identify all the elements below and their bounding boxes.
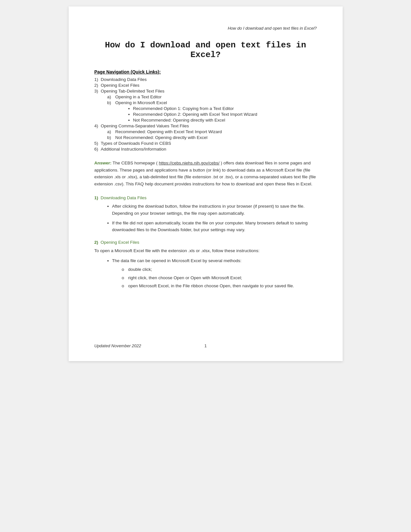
section-1-heading: 1) Downloading Data Files <box>94 195 317 200</box>
section-1-bullets: After clicking the download button, foll… <box>94 203 317 233</box>
section-2-sub-1: double click; <box>122 266 317 273</box>
nav-item-3[interactable]: 3)Opening Tab-Delimited Text Files a)Ope… <box>94 89 317 123</box>
nav-item-2[interactable]: 2)Opening Excel Files <box>94 83 317 88</box>
answer-link[interactable]: https://cebs.niehs.nih.gov/cebs/ <box>159 161 220 165</box>
section-2-intro: To open a Microsoft Excel file with the … <box>94 247 317 254</box>
section-2-bullet-1: The data file can be opened in Microsoft… <box>112 257 317 289</box>
nav-item-5[interactable]: 5)Types of Downloads Found in CEBS <box>94 141 317 146</box>
page-number: 1 <box>204 343 207 348</box>
section-2-sub-bullets: double click; right click, then choose O… <box>112 266 317 290</box>
section-1-bullet-1: After clicking the download button, foll… <box>112 203 317 217</box>
answer-label: Answer: <box>94 161 112 165</box>
page-footer: Updated November 2022 1 <box>69 343 343 348</box>
nav-item-3a[interactable]: a)Opening in a Text Editor <box>107 94 317 99</box>
nav-title: Page Navigation (Quick Links): <box>94 69 317 74</box>
nav-item-6[interactable]: 6)Additional Instructions/Information <box>94 147 317 152</box>
section-1: 1) Downloading Data Files After clicking… <box>94 195 317 233</box>
nav-list: 1)Downloading Data Files 2)Opening Excel… <box>94 77 317 152</box>
section-2-bullets: The data file can be opened in Microsoft… <box>94 257 317 289</box>
nav-item-3b[interactable]: b)Opening in Microsoft Excel Recommended… <box>107 100 317 123</box>
nav-item-4a[interactable]: a)Recommended: Opening with Excel Text I… <box>107 129 317 134</box>
nav-item-1[interactable]: 1)Downloading Data Files <box>94 77 317 82</box>
section-2-sub-2: right click, then choose Open or Open wi… <box>122 274 317 281</box>
header-italic-title: How do I download and open text files in… <box>228 26 317 31</box>
main-title: How do I download and open text files in… <box>94 40 317 60</box>
nav-sub-list-3: a)Opening in a Text Editor b)Opening in … <box>94 94 317 123</box>
section-2-heading: 2) Opening Excel Files <box>94 240 317 245</box>
page-header: How do I download and open text files in… <box>94 26 317 31</box>
nav-bullet-3b-2[interactable]: Recommended Option 2: Opening with Excel… <box>133 112 317 117</box>
section-2-sub-3: open Microsoft Excel, in the File ribbon… <box>122 282 317 290</box>
nav-sub-list-4: a)Recommended: Opening with Excel Text I… <box>94 129 317 140</box>
nav-bullet-3b-3[interactable]: Not Recommended: Opening directly with E… <box>133 118 317 123</box>
footer-updated: Updated November 2022 <box>94 343 141 348</box>
nav-bullet-3b-1[interactable]: Recommended Option 1: Copying from a Tex… <box>133 106 317 111</box>
section-1-bullet-2: If the file did not open automatically, … <box>112 220 317 233</box>
navigation-section: Page Navigation (Quick Links): 1)Downloa… <box>94 69 317 152</box>
answer-text-1: The CEBS homepage ( <box>113 161 158 165</box>
nav-bullet-list-3b: Recommended Option 1: Copying from a Tex… <box>107 106 317 123</box>
page-container: How do I download and open text files in… <box>69 6 343 361</box>
section-2: 2) Opening Excel Files To open a Microso… <box>94 240 317 290</box>
answer-section: Answer: The CEBS homepage ( https://cebs… <box>94 160 317 187</box>
nav-item-4b[interactable]: b)Not Recommended: Opening directly with… <box>107 135 317 140</box>
nav-item-4[interactable]: 4)Opening Comma-Separated Values Text Fi… <box>94 123 317 140</box>
